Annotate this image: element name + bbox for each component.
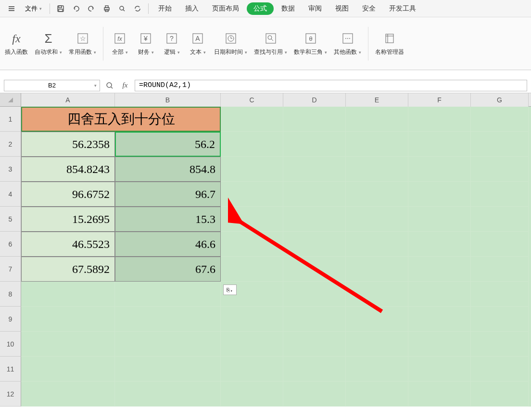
trace-icon[interactable] bbox=[104, 80, 115, 91]
row-header[interactable]: 1 bbox=[0, 107, 21, 132]
cell[interactable] bbox=[346, 332, 408, 357]
cell[interactable] bbox=[283, 132, 346, 157]
cell-A7[interactable]: 67.5892 bbox=[21, 257, 115, 282]
print-preview-icon[interactable] bbox=[115, 2, 129, 15]
cell[interactable] bbox=[346, 107, 408, 132]
cell[interactable] bbox=[221, 207, 283, 232]
cell[interactable] bbox=[471, 157, 529, 182]
cell-A3[interactable]: 854.8243 bbox=[21, 157, 115, 182]
refresh-icon[interactable] bbox=[131, 2, 144, 15]
cell[interactable] bbox=[221, 107, 283, 132]
cell[interactable] bbox=[21, 382, 115, 407]
cell[interactable] bbox=[221, 232, 283, 257]
lookup-button[interactable]: 查找与引用 bbox=[251, 25, 290, 63]
row-header[interactable]: 2 bbox=[0, 132, 21, 157]
col-header-G[interactable]: G bbox=[471, 93, 529, 107]
common-func-button[interactable]: ☆ 常用函数 bbox=[66, 25, 99, 63]
math-button[interactable]: θ 数学和三角 bbox=[291, 25, 330, 63]
cell-B3[interactable]: 854.8 bbox=[115, 157, 221, 182]
cell[interactable] bbox=[346, 307, 408, 332]
formula-input[interactable]: =ROUND(A2,1) bbox=[135, 80, 527, 91]
cell[interactable] bbox=[115, 382, 221, 407]
cell[interactable] bbox=[408, 107, 471, 132]
cell[interactable] bbox=[471, 107, 529, 132]
col-header-C[interactable]: C bbox=[221, 93, 283, 107]
tab-review[interactable]: 审阅 bbox=[303, 1, 328, 16]
col-header-F[interactable]: F bbox=[408, 93, 471, 107]
row-header[interactable]: 10 bbox=[0, 332, 21, 357]
cell[interactable] bbox=[115, 282, 221, 307]
tab-formula[interactable]: 公式 bbox=[247, 2, 274, 15]
cell[interactable] bbox=[471, 332, 529, 357]
financial-button[interactable]: ¥ 财务 bbox=[133, 25, 158, 63]
auto-sum-button[interactable]: Σ 自动求和 bbox=[32, 25, 65, 63]
cell[interactable] bbox=[221, 132, 283, 157]
undo-icon[interactable] bbox=[69, 2, 83, 15]
row-header[interactable]: 8 bbox=[0, 282, 21, 307]
file-menu[interactable]: 文件 ▾ bbox=[21, 2, 46, 15]
fx-button[interactable]: fx bbox=[119, 80, 131, 91]
cell[interactable] bbox=[283, 357, 346, 382]
row-header[interactable]: 9 bbox=[0, 307, 21, 332]
cell[interactable] bbox=[21, 357, 115, 382]
row-header[interactable]: 4 bbox=[0, 182, 21, 207]
cell[interactable] bbox=[221, 157, 283, 182]
cell[interactable] bbox=[471, 357, 529, 382]
hamburger-menu[interactable] bbox=[4, 3, 19, 14]
col-header-B[interactable]: B bbox=[115, 93, 221, 107]
cell[interactable] bbox=[408, 132, 471, 157]
cell[interactable] bbox=[408, 232, 471, 257]
select-all-corner[interactable] bbox=[0, 93, 21, 107]
cell[interactable] bbox=[283, 257, 346, 282]
cell[interactable] bbox=[221, 332, 283, 357]
text-button[interactable]: A 文本 bbox=[185, 25, 210, 63]
cell[interactable] bbox=[408, 332, 471, 357]
cell[interactable] bbox=[221, 357, 283, 382]
cell[interactable] bbox=[346, 357, 408, 382]
cell[interactable] bbox=[408, 282, 471, 307]
print-icon[interactable] bbox=[100, 2, 114, 15]
all-func-button[interactable]: fx 全部 bbox=[107, 25, 132, 63]
row-header[interactable]: 6 bbox=[0, 232, 21, 257]
cell[interactable] bbox=[221, 307, 283, 332]
cell-B6[interactable]: 46.6 bbox=[115, 232, 221, 257]
cell[interactable] bbox=[408, 382, 471, 407]
cell-A5[interactable]: 15.2695 bbox=[21, 207, 115, 232]
col-header-A[interactable]: A bbox=[21, 93, 115, 107]
cell[interactable] bbox=[283, 382, 346, 407]
cell[interactable] bbox=[346, 232, 408, 257]
col-header-D[interactable]: D bbox=[283, 93, 346, 107]
cell[interactable] bbox=[283, 232, 346, 257]
cell[interactable] bbox=[346, 157, 408, 182]
cell-B7[interactable]: 67.6 bbox=[115, 257, 221, 282]
cell[interactable] bbox=[471, 282, 529, 307]
tab-devtools[interactable]: 开发工具 bbox=[383, 1, 422, 16]
cell[interactable] bbox=[346, 132, 408, 157]
cell[interactable] bbox=[471, 182, 529, 207]
row-header[interactable]: 7 bbox=[0, 257, 21, 282]
cell[interactable] bbox=[346, 382, 408, 407]
cell-B2[interactable]: 56.2 bbox=[115, 132, 221, 157]
cell[interactable] bbox=[283, 307, 346, 332]
cell[interactable] bbox=[283, 107, 346, 132]
cell[interactable] bbox=[115, 357, 221, 382]
cell[interactable] bbox=[346, 207, 408, 232]
paste-options-button[interactable]: ⎘▾ bbox=[223, 284, 237, 295]
cell[interactable] bbox=[471, 257, 529, 282]
cell-A4[interactable]: 96.6752 bbox=[21, 182, 115, 207]
row-header[interactable]: 12 bbox=[0, 382, 21, 407]
datetime-button[interactable]: 日期和时间 bbox=[211, 25, 250, 63]
row-header[interactable]: 11 bbox=[0, 357, 21, 382]
tab-start[interactable]: 开始 bbox=[152, 1, 177, 16]
col-header-E[interactable]: E bbox=[346, 93, 408, 107]
redo-icon[interactable] bbox=[85, 2, 98, 15]
row-header[interactable]: 5 bbox=[0, 207, 21, 232]
cell-B5[interactable]: 15.3 bbox=[115, 207, 221, 232]
cell[interactable] bbox=[283, 332, 346, 357]
cell[interactable] bbox=[408, 207, 471, 232]
tab-data[interactable]: 数据 bbox=[276, 1, 301, 16]
cell[interactable] bbox=[283, 157, 346, 182]
cell-A6[interactable]: 46.5523 bbox=[21, 232, 115, 257]
cell[interactable] bbox=[283, 207, 346, 232]
cell-A2[interactable]: 56.2358 bbox=[21, 132, 115, 157]
